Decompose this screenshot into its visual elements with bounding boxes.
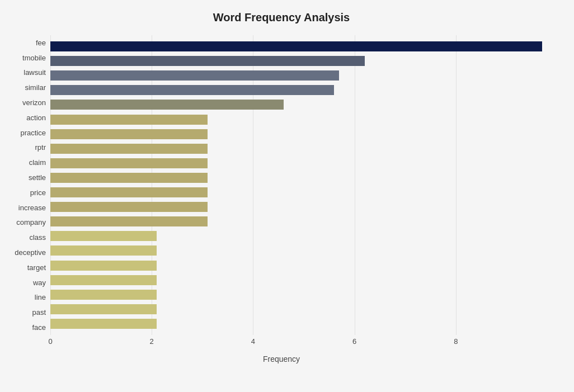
bar	[50, 115, 208, 125]
y-label: face	[6, 320, 50, 335]
bar	[50, 144, 208, 154]
bar-row	[50, 69, 557, 82]
bar-row	[50, 128, 557, 140]
bar	[50, 304, 157, 314]
y-label: rptr	[6, 140, 50, 155]
bar-row	[50, 289, 557, 301]
bar	[50, 261, 157, 271]
bar	[50, 290, 157, 300]
bar	[50, 187, 208, 197]
bar-row	[50, 55, 557, 67]
bar-row	[50, 215, 557, 228]
bar	[50, 129, 208, 139]
bar	[50, 41, 542, 51]
bar-row	[50, 259, 557, 272]
x-axis-label: Frequency	[6, 355, 557, 363]
bar	[50, 231, 157, 241]
bar	[50, 275, 157, 285]
y-label: tmobile	[6, 50, 50, 65]
bar-row	[50, 274, 557, 286]
x-tick-label: 8	[454, 337, 458, 346]
bar-row	[50, 172, 557, 184]
bar-row	[50, 201, 557, 213]
x-tick-label: 0	[48, 337, 52, 346]
y-label: company	[6, 215, 50, 230]
y-label: action	[6, 110, 50, 125]
bar-row	[50, 143, 557, 155]
bar	[50, 216, 208, 226]
y-label: deceptive	[6, 245, 50, 260]
bar	[50, 100, 284, 110]
bar	[50, 173, 208, 183]
bar	[50, 245, 157, 256]
y-label: settle	[6, 170, 50, 185]
bar-row	[50, 157, 557, 169]
chart-title: Word Frequency Analysis	[6, 11, 557, 24]
y-label: way	[6, 275, 50, 290]
y-axis: feetmobilelawsuitsimilarverizonactionpra…	[6, 35, 50, 352]
bar-row	[50, 114, 557, 126]
y-label: claim	[6, 155, 50, 170]
y-label: price	[6, 185, 50, 200]
bar-row	[50, 303, 557, 315]
bar-row	[50, 244, 557, 257]
bar	[50, 202, 208, 212]
x-tick-label: 2	[150, 337, 154, 346]
bar	[50, 319, 157, 329]
bar-row	[50, 230, 557, 242]
bar-row	[50, 318, 557, 330]
y-label: fee	[6, 35, 50, 50]
bar	[50, 85, 334, 95]
y-label: practice	[6, 125, 50, 140]
y-label: verizon	[6, 95, 50, 110]
y-label: lawsuit	[6, 65, 50, 81]
x-tick-label: 4	[251, 337, 255, 346]
plot-area: 02468	[50, 35, 557, 352]
bar	[50, 158, 208, 168]
x-tick-label: 6	[352, 337, 356, 346]
bar-row	[50, 186, 557, 199]
bar-row	[50, 84, 557, 96]
y-label: class	[6, 230, 50, 245]
bar-row	[50, 98, 557, 111]
y-label: increase	[6, 200, 50, 215]
chart-container: Word Frequency Analysis feetmobilelawsui…	[0, 0, 574, 392]
bar	[50, 70, 339, 81]
bar	[50, 56, 365, 66]
bar-row	[50, 40, 557, 53]
y-label: past	[6, 305, 50, 320]
y-label: line	[6, 290, 50, 305]
y-label: target	[6, 260, 50, 275]
y-label: similar	[6, 80, 50, 95]
